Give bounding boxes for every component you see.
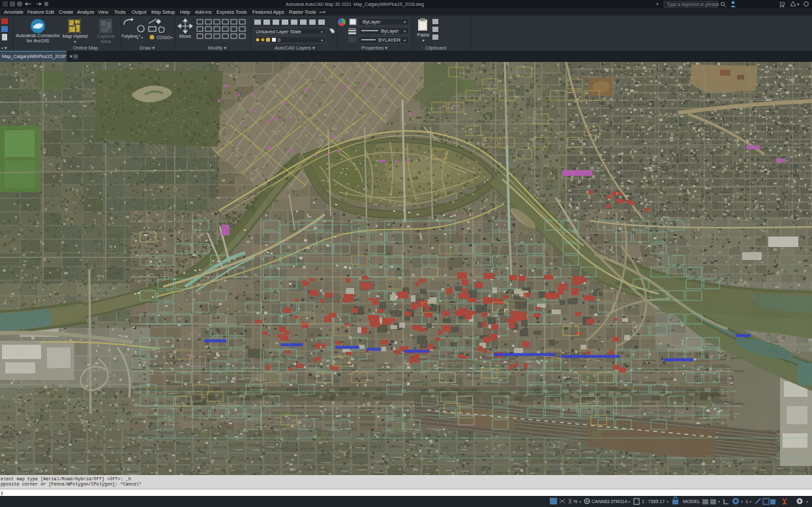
- svg-text:Map_CalgaryWithPlus15_2018.dwg: Map_CalgaryWithPlus15_2018.dwg: [353, 2, 424, 7]
- svg-text:Unsaved Layer State: Unsaved Layer State: [256, 29, 301, 35]
- svg-text:▾: ▾: [404, 29, 406, 33]
- svg-text:▾: ▾: [579, 500, 581, 504]
- svg-text:BYLAYER: BYLAYER: [378, 37, 401, 43]
- svg-text:▾: ▾: [667, 500, 669, 504]
- svg-text:Autodesk AutoCAD Map 3D 2021: Autodesk AutoCAD Map 3D 2021: [286, 2, 352, 7]
- svg-text:▾: ▾: [321, 38, 323, 42]
- svg-text:1: 1: [745, 499, 748, 504]
- svg-text:▾: ▾: [171, 36, 173, 40]
- svg-text:%: %: [573, 499, 577, 504]
- svg-text:MODEL: MODEL: [683, 499, 700, 504]
- svg-text:1 : 7385.17: 1 : 7385.17: [642, 499, 665, 504]
- svg-text:▾: ▾: [749, 500, 751, 504]
- svg-text:COGO: COGO: [157, 35, 171, 40]
- svg-text:▾: ▾: [718, 500, 720, 504]
- svg-text:0: 0: [278, 38, 280, 42]
- svg-text:▾: ▾: [628, 500, 630, 504]
- svg-text:▾: ▾: [404, 20, 406, 24]
- svg-text:ByLayer: ByLayer: [363, 19, 381, 25]
- svg-text:▾: ▾: [321, 30, 323, 34]
- svg-text:▾: ▾: [741, 500, 743, 504]
- svg-text:CANA83.3TM114: CANA83.3TM114: [592, 499, 627, 504]
- svg-text:▾: ▾: [797, 2, 800, 7]
- svg-text:▾: ▾: [404, 38, 406, 42]
- svg-text:▾: ▾: [806, 500, 808, 504]
- svg-text:ByLayer: ByLayer: [381, 28, 399, 34]
- svg-text:Type a keyword or phrase: Type a keyword or phrase: [667, 2, 719, 7]
